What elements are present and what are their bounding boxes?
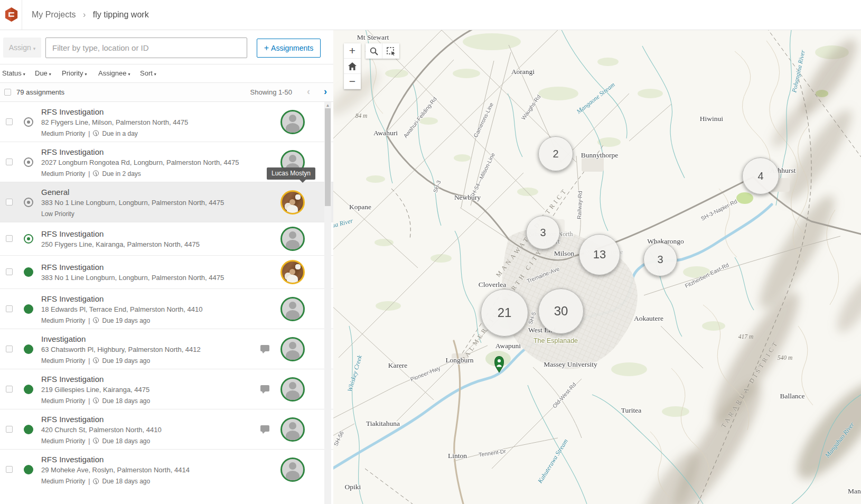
assignment-address: 219 Gillespies Line, Kairanga, 4475 <box>41 385 252 393</box>
status-icon <box>24 267 33 277</box>
list-header: 79 assignments Showing 1-50 ‹ › <box>0 83 333 102</box>
row-checkbox[interactable] <box>6 426 13 433</box>
assignee-avatar[interactable] <box>280 458 305 482</box>
assignment-row[interactable]: RFS Investigation 18 Edwards Pl, Terrace… <box>0 289 333 329</box>
select-all-checkbox[interactable] <box>4 89 11 96</box>
app-logo-icon[interactable] <box>4 7 18 22</box>
row-checkbox[interactable] <box>6 268 13 275</box>
add-assignments-button[interactable]: +Assignments <box>257 39 321 58</box>
assignee-avatar[interactable] <box>280 297 305 321</box>
assignee-avatar[interactable] <box>280 377 305 402</box>
zoom-in-button[interactable]: + <box>344 43 361 59</box>
status-icon <box>24 465 33 474</box>
app-header: My Projects › fly tipping work <box>0 0 861 30</box>
map-zoom-controls: + − <box>344 43 361 89</box>
clock-icon <box>93 398 99 404</box>
assignment-row[interactable]: Investigation 63 Chatsworth Pl, Highbury… <box>0 329 333 369</box>
list-scrollbar[interactable]: ▲ <box>324 102 331 504</box>
map-search-button[interactable] <box>366 43 382 59</box>
breadcrumb-current-project: fly tipping work <box>93 10 149 19</box>
home-button[interactable] <box>344 59 361 74</box>
assignment-row[interactable]: RFS Investigation 250 Flygers Line, Kair… <box>0 222 333 256</box>
worker-location-pin[interactable] <box>493 355 505 375</box>
clock-icon <box>93 438 99 444</box>
next-page-chevron-icon[interactable]: › <box>324 86 327 97</box>
map-place-label: Kopane <box>349 203 371 211</box>
clock-icon <box>93 478 99 484</box>
zoom-out-button[interactable]: − <box>344 74 361 89</box>
prev-page-chevron-icon[interactable]: ‹ <box>307 86 310 97</box>
assignment-title: RFS Investigation <box>41 147 252 156</box>
status-icon <box>24 234 33 244</box>
filter-due[interactable]: Due▾ <box>35 69 51 77</box>
row-checkbox[interactable] <box>6 118 13 125</box>
comment-icon <box>260 385 269 391</box>
filter-bar: Status▾ Due▾ Priority▾ Assignee▾ Sort▾ <box>0 64 333 83</box>
map-cluster[interactable]: 30 <box>538 288 584 334</box>
clock-icon <box>93 130 99 136</box>
assignment-address: 82 Flygers Line, Milson, Palmerston Nort… <box>41 118 252 126</box>
assignment-meta: Medium Priority|Due 19 days ago <box>41 357 252 364</box>
assign-button[interactable]: Assign▾ <box>3 38 41 58</box>
scrollbar-thumb[interactable] <box>325 108 331 206</box>
row-checkbox[interactable] <box>6 386 13 393</box>
map-place-label: Tiakitahuna <box>366 419 400 428</box>
assignment-address: 383 No 1 Line Longburn, Longburn, Palmer… <box>41 198 252 206</box>
assignee-avatar[interactable] <box>280 227 305 251</box>
map-cluster[interactable]: 21 <box>481 289 528 337</box>
comment-icon <box>260 345 269 351</box>
assignee-avatar-photo[interactable] <box>280 260 305 284</box>
row-checkbox[interactable] <box>6 346 13 352</box>
cluster-count: 4 <box>757 170 763 182</box>
filter-priority[interactable]: Priority▾ <box>62 69 87 77</box>
caret-down-icon: ▾ <box>49 72 51 77</box>
cluster-count: 3 <box>657 254 663 266</box>
caret-down-icon: ▾ <box>154 72 156 77</box>
cluster-count: 3 <box>540 227 546 239</box>
row-checkbox[interactable] <box>6 199 13 206</box>
map-cluster[interactable]: 3 <box>526 216 560 249</box>
row-checkbox[interactable] <box>6 305 13 312</box>
filter-sort[interactable]: Sort▾ <box>140 69 156 77</box>
select-by-rectangle-button[interactable] <box>382 43 399 59</box>
row-checkbox[interactable] <box>6 235 13 242</box>
assignment-row-selected[interactable]: General 383 No 1 Line Longburn, Longburn… <box>0 182 333 222</box>
select-rectangle-icon <box>387 47 396 55</box>
assignment-row[interactable]: RFS Investigation 383 No 1 Line Longburn… <box>0 256 333 289</box>
status-icon <box>24 198 33 207</box>
breadcrumb-my-projects[interactable]: My Projects <box>32 10 76 19</box>
assignment-meta: Medium Priority|Due 18 days ago <box>41 437 252 444</box>
assignment-row[interactable]: RFS Investigation 82 Flygers Line, Milso… <box>0 102 333 142</box>
map-elevation-label: 540 m <box>778 354 792 361</box>
map-canvas[interactable]: Kelvin Grove Palmerston North Airport MA… <box>333 30 861 504</box>
row-checkbox[interactable] <box>6 466 13 473</box>
filter-status[interactable]: Status▾ <box>2 69 25 77</box>
assignment-row[interactable]: RFS Investigation 420 Church St, Palmers… <box>0 409 333 450</box>
search-icon <box>370 47 378 55</box>
filter-assignee[interactable]: Assignee▾ <box>98 69 130 77</box>
assignment-row[interactable]: RFS Investigation 29 Moheke Ave, Roslyn,… <box>0 450 333 504</box>
map-place-label: Linton <box>448 452 467 460</box>
assignee-avatar[interactable] <box>280 110 305 134</box>
filter-input[interactable] <box>45 38 247 58</box>
map-place-label: Karere <box>388 361 408 370</box>
map-cluster[interactable]: 3 <box>643 242 677 276</box>
map-place-label: Longburn <box>445 356 473 365</box>
scroll-up-arrow-icon[interactable]: ▲ <box>324 103 331 108</box>
row-checkbox[interactable] <box>6 158 13 165</box>
status-icon <box>24 425 33 434</box>
showing-range: Showing 1-50 <box>250 88 293 96</box>
assignment-row[interactable]: RFS Investigation 219 Gillespies Line, K… <box>0 369 333 409</box>
assignment-meta: Medium Priority|Due in 2 days <box>41 170 252 177</box>
cluster-count: 21 <box>498 305 512 320</box>
map-elevation-label: 84 m <box>355 113 368 119</box>
map-cluster[interactable]: 2 <box>538 136 573 171</box>
clock-icon <box>93 358 99 363</box>
map-cluster[interactable]: 13 <box>579 234 620 275</box>
assignment-meta: Medium Priority|Due in a day <box>41 129 252 137</box>
assignee-avatar[interactable] <box>280 417 305 442</box>
map-road-label: Railway-Rd <box>576 191 583 219</box>
assignee-avatar-photo[interactable] <box>280 190 305 214</box>
map-cluster[interactable]: 4 <box>742 157 779 194</box>
assignee-avatar[interactable] <box>280 337 305 361</box>
